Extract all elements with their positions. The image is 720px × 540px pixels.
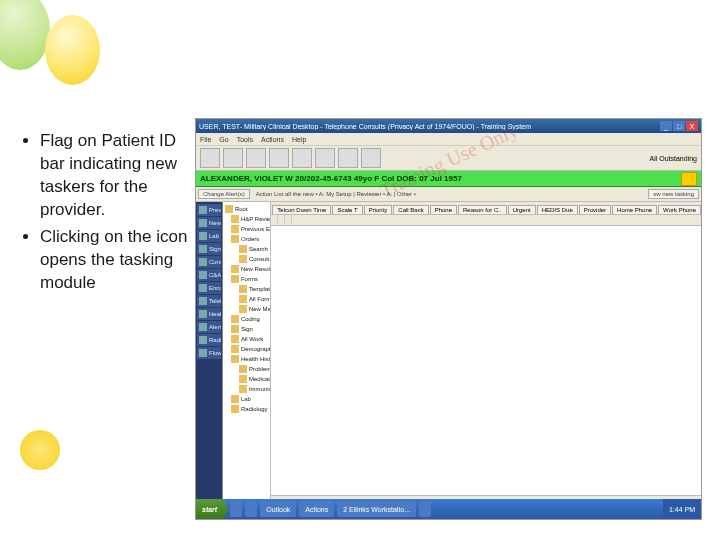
menubar: File Go Tools Actions Help <box>196 133 701 146</box>
outstanding-label: All Outstanding <box>650 155 697 162</box>
tree-node[interactable]: New Mapping <box>225 304 268 314</box>
list-area <box>271 226 701 495</box>
toolbar-icon[interactable] <box>200 148 220 168</box>
column-tab-row: Telcon Down TimeScale TPriorityCall Back… <box>271 202 701 215</box>
patient-id-bar: ALEXANDER, VIOLET W 20/202-45-6743 49yo … <box>196 171 701 187</box>
filter-bar: Change Alert(s) Action List all the new … <box>196 187 701 202</box>
decor-sun <box>0 420 80 520</box>
nav-item[interactable]: C&A <box>197 269 221 281</box>
nav-item[interactable]: Prev Enctr <box>197 204 221 216</box>
change-alerts-button[interactable]: Change Alert(s) <box>198 189 250 199</box>
column-tab[interactable]: Priority <box>364 205 393 214</box>
maximize-button[interactable]: □ <box>673 121 685 131</box>
col-header[interactable] <box>271 215 278 225</box>
toolbar-icon[interactable] <box>223 148 243 168</box>
app-screenshot: Training Use Only USER, TEST- Military C… <box>195 118 702 520</box>
tree-node[interactable]: Root <box>225 204 268 214</box>
taskbar-button[interactable] <box>419 501 431 517</box>
app-body: Prev EnctrNew ResultsLabSign OrdersConsu… <box>196 202 701 507</box>
tree-node[interactable]: Sign <box>225 324 268 334</box>
decor-balloon-green <box>0 0 50 70</box>
tasker-flag-icon[interactable] <box>681 172 697 186</box>
taskbar-button[interactable] <box>230 501 242 517</box>
toolbar: All Outstanding <box>196 146 701 171</box>
bullet-item: Flag on Patient ID bar indicating new ta… <box>40 130 190 222</box>
column-tab[interactable]: HEDIS Due <box>537 205 578 214</box>
toolbar-icon[interactable] <box>269 148 289 168</box>
menu-actions[interactable]: Actions <box>261 136 284 143</box>
nav-item[interactable]: Alert <box>197 321 221 333</box>
tree-node[interactable]: Consult Log <box>225 254 268 264</box>
toolbar-icon[interactable] <box>246 148 266 168</box>
tree-node[interactable]: Coding <box>225 314 268 324</box>
column-tab[interactable]: Urgent <box>508 205 536 214</box>
tree-node[interactable]: Immunizations <box>225 384 268 394</box>
menu-go[interactable]: Go <box>219 136 228 143</box>
nav-item[interactable]: Sign Orders <box>197 243 221 255</box>
filter-text: Action List all the new • A: My Setup | … <box>256 191 416 197</box>
tree-node[interactable]: H&P Review <box>225 214 268 224</box>
tree-node[interactable]: Search <box>225 244 268 254</box>
tree-node[interactable]: Orders <box>225 234 268 244</box>
toolbar-icon[interactable] <box>361 148 381 168</box>
nav-item[interactable]: Lab <box>197 230 221 242</box>
nav-column: Prev EnctrNew ResultsLabSign OrdersConsu… <box>196 202 223 507</box>
bullet-list: Flag on Patient ID bar indicating new ta… <box>20 130 190 299</box>
menu-tools[interactable]: Tools <box>237 136 253 143</box>
tree-node[interactable]: Health History <box>225 354 268 364</box>
nav-item[interactable]: Health History <box>197 308 221 320</box>
column-tab[interactable]: Work Phone <box>658 205 701 214</box>
toolbar-icon[interactable] <box>292 148 312 168</box>
nav-item[interactable]: Consults <box>197 256 221 268</box>
decor-balloon-yellow <box>45 15 100 85</box>
tree-node[interactable]: New Results <box>225 264 268 274</box>
taskbar-button[interactable]: Outlook <box>260 501 296 517</box>
col-header[interactable] <box>285 215 292 225</box>
taskbar-button[interactable]: 2 Ellinks Workstatio... <box>337 501 416 517</box>
nav-item[interactable]: TeleH <box>197 295 221 307</box>
column-tab[interactable]: Telcon Down Time <box>272 205 331 214</box>
column-tab[interactable]: Home Phone <box>612 205 657 214</box>
nav-item[interactable]: New Results <box>197 217 221 229</box>
tree-node[interactable]: Lab <box>225 394 268 404</box>
window-title: USER, TEST- Military Clinical Desktop - … <box>199 123 659 130</box>
system-tray[interactable]: 1:44 PM <box>663 499 701 519</box>
menu-help[interactable]: Help <box>292 136 306 143</box>
tree-node[interactable]: All Forms <box>225 294 268 304</box>
patient-id-text: ALEXANDER, VIOLET W 20/202-45-6743 49yo … <box>200 174 462 183</box>
slide-root: Flag on Patient ID bar indicating new ta… <box>0 0 720 540</box>
toolbar-icon[interactable] <box>338 148 358 168</box>
folder-tree: RootH&P ReviewPrevious EncounterOrdersSe… <box>223 202 271 507</box>
nav-item[interactable]: Encounter <box>197 282 221 294</box>
nav-item[interactable]: Flow Sheets <box>197 347 221 359</box>
bullet-item: Clicking on the icon opens the tasking m… <box>40 226 190 295</box>
tree-node[interactable]: Medications/OTC <box>225 374 268 384</box>
col-header[interactable] <box>278 215 285 225</box>
start-button[interactable]: start <box>196 499 227 519</box>
tree-node[interactable]: Demographics <box>225 344 268 354</box>
main-panel: Telcon Down TimeScale TPriorityCall Back… <box>271 202 701 507</box>
nav-item[interactable]: Radiology <box>197 334 221 346</box>
windows-taskbar: start Outlook Actions 2 Ellinks Workstat… <box>196 499 701 519</box>
column-tab[interactable]: Call Back <box>393 205 428 214</box>
tree-node[interactable]: Forms <box>225 274 268 284</box>
column-tab[interactable]: Phone <box>430 205 457 214</box>
tree-node[interactable]: All Work <box>225 334 268 344</box>
tree-node[interactable]: Radiology <box>225 404 268 414</box>
toolbar-icon[interactable] <box>315 148 335 168</box>
list-header <box>271 215 701 226</box>
menu-file[interactable]: File <box>200 136 211 143</box>
tree-node[interactable]: Problems <box>225 364 268 374</box>
column-tab[interactable]: Reason for C.. <box>458 205 507 214</box>
minimize-button[interactable]: _ <box>660 121 672 131</box>
window-titlebar: USER, TEST- Military Clinical Desktop - … <box>196 119 701 133</box>
taskbar-button[interactable]: Actions <box>299 501 334 517</box>
column-tab[interactable]: Provider <box>579 205 611 214</box>
close-button[interactable]: X <box>686 121 698 131</box>
column-tab[interactable]: Scale T <box>332 205 362 214</box>
tree-node[interactable]: Template Mgmt <box>225 284 268 294</box>
taskbar-button[interactable] <box>245 501 257 517</box>
tree-node[interactable]: Previous Encounter <box>225 224 268 234</box>
tasking-field[interactable]: sw new tasking <box>648 189 699 199</box>
